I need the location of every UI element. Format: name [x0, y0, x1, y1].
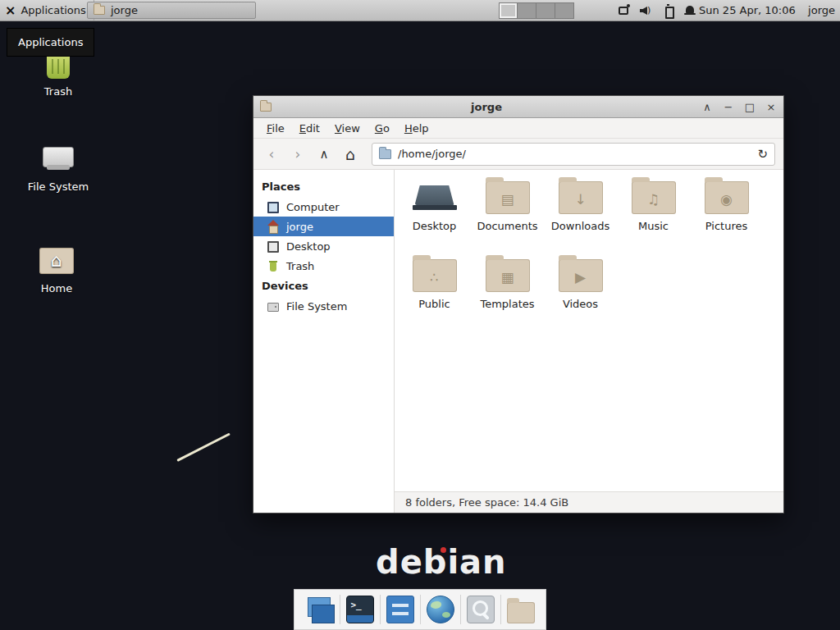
folder-icon: ∴	[413, 259, 457, 292]
taskbar-window-button[interactable]: jorge	[87, 2, 256, 19]
close-button[interactable]: ×	[765, 101, 777, 113]
file-item-music[interactable]: ♫ Music	[617, 181, 690, 259]
window-title: jorge	[272, 101, 701, 113]
tablet-icon[interactable]	[617, 4, 630, 17]
drive-icon	[39, 141, 77, 176]
sidebar: Places Computer jorge Desktop Trash	[253, 170, 395, 513]
dock-item-file-manager[interactable]	[501, 590, 541, 629]
desktop-icon-home[interactable]: Home	[21, 243, 92, 294]
workspace-1[interactable]	[499, 2, 518, 19]
sidebar-item-label: Desktop	[286, 240, 331, 253]
workspace-3[interactable]	[536, 2, 555, 19]
status-bar: 8 folders, Free space: 14.4 GiB	[395, 491, 783, 513]
menu-file[interactable]: File	[260, 120, 291, 137]
file-label: Videos	[544, 298, 617, 310]
path-bar[interactable]: /home/jorge/ ↻	[372, 143, 775, 166]
folder-icon: ◉	[705, 181, 749, 214]
files-pane: Desktop ▤ Documents ↓ Downloads ♫ Music	[395, 170, 783, 513]
file-label: Templates	[471, 298, 544, 310]
volume-icon[interactable]	[639, 4, 652, 17]
window-folder-icon	[260, 103, 272, 112]
desktop-artifact-line	[176, 432, 231, 461]
desktop-icon-file-system[interactable]: File System	[23, 141, 94, 193]
workspace-4[interactable]	[555, 2, 574, 19]
file-label: Downloads	[544, 220, 617, 232]
window-manager-icon	[306, 596, 334, 623]
terminal-icon	[346, 596, 374, 623]
devices-header: Devices	[253, 276, 394, 296]
applications-menu-button[interactable]: × Applications	[0, 0, 94, 21]
maximize-button[interactable]: □	[744, 101, 756, 113]
shade-button[interactable]: ∧	[701, 101, 713, 113]
minimize-button[interactable]: −	[723, 101, 734, 113]
dock-item-terminal[interactable]	[340, 590, 380, 629]
sidebar-item-computer[interactable]: Computer	[253, 197, 394, 217]
document-emblem-icon: ▤	[486, 184, 530, 214]
sidebar-item-file-system[interactable]: File System	[253, 296, 394, 316]
folder-icon: ↓	[559, 181, 603, 214]
desktop-icon-label: Home	[21, 282, 92, 294]
download-arrow-icon: ↓	[559, 184, 603, 214]
file-item-public[interactable]: ∴ Public	[398, 259, 471, 337]
trash-icon	[267, 259, 280, 272]
folder-icon: ▶	[559, 259, 603, 292]
globe-icon	[427, 596, 454, 623]
file-item-downloads[interactable]: ↓ Downloads	[544, 181, 617, 259]
notifications-bell-icon[interactable]	[683, 4, 696, 17]
camera-emblem-icon: ◉	[705, 184, 749, 214]
desktop-folder-icon	[413, 181, 457, 214]
sidebar-item-jorge[interactable]: jorge	[253, 217, 394, 236]
desktop-icon	[267, 240, 280, 253]
home-folder-icon	[38, 243, 75, 277]
menu-view[interactable]: View	[328, 120, 367, 137]
home-icon	[267, 220, 280, 233]
path-folder-icon	[379, 149, 391, 159]
file-manager-window: jorge ∧ − □ × File Edit View Go Help ‹ ›…	[253, 95, 784, 514]
file-label: Desktop	[398, 220, 471, 232]
battery-icon[interactable]	[661, 4, 674, 17]
file-label: Music	[617, 220, 690, 232]
menu-edit[interactable]: Edit	[293, 120, 326, 137]
dock-item-application-finder[interactable]	[461, 590, 500, 629]
reload-icon[interactable]: ↻	[757, 147, 768, 162]
folder-icon: ♫	[632, 181, 676, 214]
sidebar-item-desktop[interactable]: Desktop	[253, 236, 394, 256]
file-item-desktop[interactable]: Desktop	[398, 181, 471, 259]
titlebar[interactable]: jorge ∧ − □ ×	[253, 96, 783, 118]
folder-icon: ▤	[486, 181, 530, 214]
up-button[interactable]: ∧	[314, 144, 334, 165]
sidebar-item-label: Computer	[286, 201, 340, 213]
home-button[interactable]: ⌂	[340, 144, 360, 165]
desktop-icon-label: Trash	[23, 85, 94, 98]
clock[interactable]: Sun 25 Apr, 10:06	[699, 0, 796, 21]
sidebar-item-label: jorge	[286, 221, 313, 233]
dock-item-web-browser[interactable]	[421, 590, 460, 629]
applications-menu-label: Applications	[21, 4, 85, 16]
workspace-2[interactable]	[518, 2, 536, 19]
file-item-pictures[interactable]: ◉ Pictures	[690, 181, 763, 259]
dock-item-panel-preferences[interactable]	[381, 590, 420, 629]
xfce-logo-icon: ×	[5, 4, 16, 17]
file-label: Pictures	[690, 220, 763, 232]
menu-help[interactable]: Help	[398, 120, 436, 137]
system-tray	[617, 0, 696, 21]
workspace-switcher[interactable]	[499, 2, 574, 19]
top-panel: × Applications jorge Sun 25 Apr, 10:06 j…	[0, 0, 840, 21]
window-controls: ∧ − □ ×	[701, 101, 777, 113]
file-manager-folder-icon	[507, 602, 535, 623]
file-item-templates[interactable]: ▦ Templates	[471, 259, 544, 337]
back-button[interactable]: ‹	[262, 144, 281, 165]
dock-item-window-manager[interactable]	[300, 590, 340, 629]
forward-button[interactable]: ›	[288, 144, 308, 165]
panel-user-label[interactable]: jorge	[808, 0, 835, 21]
file-item-documents[interactable]: ▤ Documents	[471, 181, 544, 259]
debian-logo-red-dot	[441, 547, 446, 553]
folder-icon: ▦	[486, 259, 530, 292]
sidebar-item-trash[interactable]: Trash	[253, 256, 394, 276]
desktop: × Applications jorge Sun 25 Apr, 10:06 j…	[0, 0, 840, 630]
drive-icon	[267, 299, 280, 313]
path-text: /home/jorge/	[398, 148, 466, 160]
file-item-videos[interactable]: ▶ Videos	[544, 259, 617, 337]
computer-icon	[267, 200, 280, 213]
menu-go[interactable]: Go	[368, 120, 396, 137]
